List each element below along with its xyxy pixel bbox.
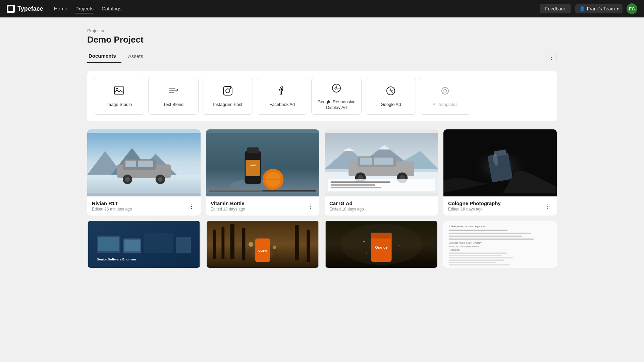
tab-assets[interactable]: Assets [127, 51, 149, 62]
svg-point-96 [366, 253, 368, 254]
nav-projects[interactable]: Projects [75, 4, 94, 13]
svg-rect-78 [213, 230, 216, 259]
svg-text:Final URL: www.college.com: Final URL: www.college.com [449, 245, 479, 248]
instagram-icon [222, 85, 234, 99]
svg-point-7 [230, 88, 231, 89]
nav-catalogs[interactable]: Catalogs [102, 4, 121, 13]
template-image-studio[interactable]: Image Studio [94, 78, 144, 115]
svg-rect-61 [331, 181, 390, 183]
svg-rect-106 [449, 253, 507, 254]
doc-thumb-car-ig [325, 129, 438, 196]
svg-rect-101 [449, 236, 522, 237]
svg-text:Orange: Orange [375, 245, 388, 249]
svg-point-88 [273, 246, 276, 249]
svg-point-28 [125, 177, 130, 182]
template-google-ad-label: Google Ad [381, 102, 401, 108]
svg-text:G: G [334, 87, 337, 90]
more-options-button[interactable]: ⋮ [546, 52, 557, 62]
doc-menu-vitamin[interactable]: ⋮ [306, 201, 315, 211]
facebook-icon [276, 85, 288, 99]
nav-right: Feedback 👤 Frank's Team ▾ FC [540, 3, 637, 14]
svg-point-11 [444, 89, 446, 92]
doc-card-cologne[interactable]: Cologne Photography [443, 129, 557, 216]
svg-line-18 [447, 88, 448, 88]
svg-rect-111 [449, 264, 511, 266]
template-facebook-label: Facebook Ad [269, 102, 295, 108]
svg-text:If Google responsive display a: If Google responsive display ad [449, 225, 486, 228]
svg-text:OLIPA: OLIPA [258, 249, 267, 252]
svg-rect-32 [138, 161, 153, 167]
svg-rect-73 [176, 237, 191, 253]
svg-text:Headlines:: Headlines: [449, 249, 460, 251]
svg-text:NOW: NOW [251, 164, 256, 166]
doc-menu-rivian[interactable]: ⋮ [187, 201, 196, 211]
doc-info-rivian: Rivian R1T Edited 26 minutes ago ⋮ [87, 196, 201, 216]
doc-thumb-google-display: If Google responsive display ad Business… [443, 221, 557, 268]
avatar[interactable]: FC [627, 3, 637, 14]
svg-rect-37 [246, 160, 260, 176]
doc-menu-car-ig[interactable]: ⋮ [425, 201, 433, 211]
svg-rect-63 [331, 187, 381, 188]
doc-time-rivian: Edited 26 minutes ago [92, 207, 187, 212]
svg-rect-72 [144, 233, 173, 253]
doc-time-car-ig: Edited 18 days ago [329, 207, 425, 212]
svg-rect-82 [295, 225, 299, 260]
doc-card-vitamin[interactable]: Vitamin Bottle [206, 129, 319, 216]
svg-rect-102 [449, 239, 534, 240]
svg-rect-31 [125, 161, 136, 167]
svg-rect-80 [230, 224, 234, 259]
doc-info-cologne: Cologne Photography Edited 18 days ago ⋮ [443, 196, 557, 216]
feedback-button[interactable]: Feedback [540, 4, 571, 13]
doc-name-rivian: Rivian R1T [92, 200, 187, 206]
template-facebook-ad[interactable]: Facebook Ad [257, 78, 307, 115]
svg-rect-74 [98, 237, 119, 251]
svg-rect-75 [124, 240, 140, 251]
doc-card-google-display[interactable]: If Google responsive display ad Business… [443, 221, 557, 268]
all-templates-icon [439, 85, 451, 99]
template-instagram-label: Instagram Post [213, 102, 242, 108]
doc-info-car-ig: Car IG Ad Edited 18 days ago ⋮ [325, 196, 438, 216]
page-title: Demo Project [87, 35, 557, 45]
documents-grid: Rivian R1T [87, 129, 557, 216]
svg-rect-107 [449, 255, 502, 256]
team-button[interactable]: 👤 Frank's Team ▾ [575, 4, 623, 13]
svg-rect-99 [449, 230, 507, 231]
svg-text:Senior Software Engineer: Senior Software Engineer [97, 257, 136, 261]
doc-card-orange-can[interactable]: OLIPA [206, 221, 319, 268]
text-blend-icon [167, 85, 179, 99]
svg-rect-0 [114, 87, 124, 94]
svg-rect-83 [307, 230, 310, 262]
doc-thumb-vitamin: Vitamin Bottle [206, 129, 319, 196]
doc-card-car-ig[interactable]: Car IG Ad Edited 18 days ago ⋮ [325, 129, 438, 216]
template-instagram-post[interactable]: Instagram Post [203, 78, 253, 115]
doc-thumb-rivian: Rivian R1T [87, 129, 201, 196]
brand[interactable]: Typeface [7, 5, 43, 13]
nav-links: Home Projects Catalogs [54, 4, 529, 13]
brand-name: Typeface [17, 5, 43, 12]
google-ad-icon [385, 85, 397, 99]
svg-rect-110 [449, 262, 496, 263]
nav-home[interactable]: Home [54, 4, 67, 13]
doc-info-vitamin: Vitamin Bottle Edited 18 days ago ⋮ [206, 196, 319, 216]
doc-card-can2[interactable]: Orange [325, 221, 438, 268]
template-all-templates[interactable]: All templates [420, 78, 470, 115]
tab-documents[interactable]: Documents [87, 50, 121, 63]
doc-thumb-software: Senior Software Engineer [87, 221, 201, 268]
svg-rect-79 [222, 227, 225, 259]
template-text-blend[interactable]: Text Blend [148, 78, 199, 115]
template-google-responsive-label: Google Responsive Display Ad [312, 99, 361, 111]
template-google-ad[interactable]: Google Ad [366, 78, 416, 115]
doc-thumb-orange-can: OLIPA [206, 221, 319, 268]
doc-time-vitamin: Edited 18 days ago [211, 207, 306, 212]
image-studio-icon [113, 85, 125, 99]
tabs-row: Documents Assets ⋮ [87, 50, 557, 63]
svg-point-94 [363, 241, 365, 242]
doc-card-software[interactable]: Senior Software Engineer [87, 221, 201, 268]
svg-rect-58 [360, 158, 372, 165]
breadcrumb: Projects/ [87, 28, 557, 33]
template-google-responsive[interactable]: G Google Responsive Display Ad [311, 78, 362, 115]
team-icon: 👤 [579, 6, 585, 11]
svg-point-87 [249, 242, 253, 247]
doc-menu-cologne[interactable]: ⋮ [543, 201, 552, 211]
doc-card-rivian[interactable]: Rivian R1T [87, 129, 201, 216]
